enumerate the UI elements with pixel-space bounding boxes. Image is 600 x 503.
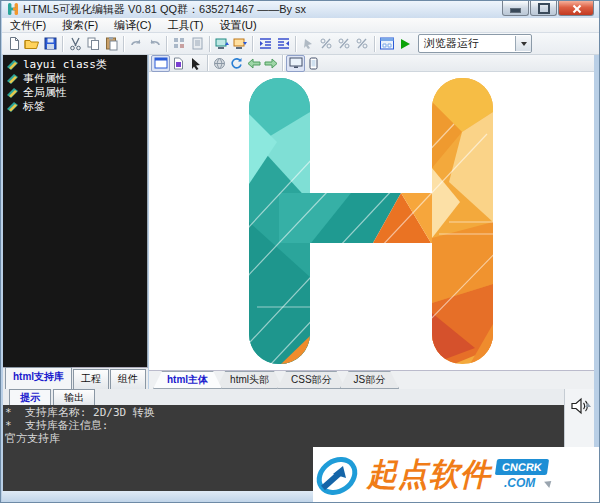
dropdown-arrow-icon[interactable] [515,36,531,51]
tab-components[interactable]: 组件 [110,369,146,389]
title-bar: HTML5可视化编辑器 V0.81 QQ群：635271467 ——By sx [2,1,600,18]
percent-1-icon[interactable] [317,35,335,53]
document-icon[interactable] [188,35,206,53]
external-link-arrow-icon [544,478,554,488]
design-view-icon[interactable] [151,55,170,72]
package-icon[interactable] [231,35,249,53]
deploy-icon[interactable] [213,35,231,53]
toolbar-separator [295,36,296,52]
window-title: HTML5可视化编辑器 V0.81 QQ群：635271467 ——By sx [23,2,306,17]
support-library-tree: layui class类 事件属性 全局属性 标签 [3,55,148,367]
book-icon [6,101,19,112]
run-target-dropdown[interactable]: 浏览器运行 [418,34,532,53]
forward-arrow-icon[interactable] [262,56,279,71]
tab-html-support-lib[interactable]: html支持库 [5,367,72,389]
editor-tab-strip: html主体 html头部 CSS部分 JS部分 [149,370,594,389]
tree-item-label: 标签 [23,99,45,114]
copy-icon[interactable] [84,35,102,53]
output-line: 官方支持库 [5,432,564,445]
redo-icon[interactable] [127,35,145,53]
book-icon [6,87,19,98]
tab-html-body[interactable]: html主体 [153,371,222,389]
toolbar-separator [282,55,283,71]
tab-css-section[interactable]: CSS部分 [277,371,346,389]
menu-bar: 文件(F) 搜索(F) 编译(C) 工具(T) 设置(U) [2,18,600,33]
maximize-icon [538,3,550,14]
run-play-icon[interactable] [396,35,414,53]
site-badge: CNCRK .COM [496,459,552,493]
toolbar-separator [209,36,210,52]
tab-html-head[interactable]: html头部 [216,371,283,389]
tree-item-label: 事件属性 [23,71,67,86]
refresh-icon[interactable] [228,56,245,71]
badge-top-text: CNCRK [495,459,549,475]
h-logo-image [149,72,594,370]
menu-tools[interactable]: 工具(T) [159,18,211,33]
toolbar-separator [207,55,208,71]
cut-icon[interactable] [66,35,84,53]
menu-search[interactable]: 搜索(F) [54,18,106,33]
globe-icon[interactable] [211,56,228,71]
mobile-preview-icon[interactable] [305,56,322,71]
code-file-icon[interactable] [170,56,187,71]
output-tab-strip: 提示 输出 [3,389,564,405]
toolbar-separator [374,36,375,52]
minimize-icon [510,8,521,13]
pointer-small-icon[interactable] [299,35,317,53]
collapse-arrow-icon[interactable] [585,403,591,407]
tree-item-global-attrs[interactable]: 全局属性 [6,86,147,99]
undo-icon[interactable] [145,35,163,53]
blocks-icon[interactable] [170,35,188,53]
site-name: 起点软件 [367,454,491,497]
percent-2-icon[interactable] [335,35,353,53]
badge-bottom-text: .COM [504,476,535,490]
indent-icon[interactable] [256,35,274,53]
window-controls [501,1,594,16]
sidebar-tab-strip: html支持库 工程 组件 [3,367,148,389]
tab-output[interactable]: 输出 [53,389,95,405]
main-toolbar: 浏览器运行 [2,33,600,55]
tree-item-label: layui class类 [23,57,107,72]
pointer-icon[interactable] [187,56,204,71]
desktop-preview-icon[interactable] [286,55,305,72]
tree-item-event-attrs[interactable]: 事件属性 [6,72,147,85]
browser-window-icon[interactable] [378,35,396,53]
menu-file[interactable]: 文件(F) [2,18,54,33]
paste-icon[interactable] [102,35,120,53]
run-target-value: 浏览器运行 [419,36,515,51]
view-toolbar [149,55,594,72]
toolbar-separator [166,36,167,52]
book-icon [6,73,19,84]
save-icon[interactable] [41,35,59,53]
close-icon [572,4,581,13]
design-canvas [149,72,594,370]
site-watermark: 起点软件 CNCRK .COM [313,447,600,503]
minimize-button[interactable] [502,1,529,16]
outdent-icon[interactable] [274,35,292,53]
close-button[interactable] [558,1,594,16]
tree-item-label: 全局属性 [23,85,67,100]
new-file-icon[interactable] [5,35,23,53]
app-logo-icon [7,3,19,17]
open-folder-icon[interactable] [23,35,41,53]
back-arrow-icon[interactable] [245,56,262,71]
tab-project[interactable]: 工程 [73,369,109,389]
percent-3-icon[interactable] [353,35,371,53]
tab-hints[interactable]: 提示 [9,389,51,405]
book-icon [6,59,19,70]
tab-js-section[interactable]: JS部分 [340,371,400,389]
output-line: * 支持库名称: 2D/3D 转换 [5,406,564,419]
toolbar-separator [252,36,253,52]
app-window: HTML5可视化编辑器 V0.81 QQ群：635271467 ——By sx … [0,0,600,503]
output-line: * 支持库备注信息: [5,419,564,432]
menu-compile[interactable]: 编译(C) [106,18,159,33]
tree-item-layui-class[interactable]: layui class类 [6,58,147,71]
qidian-logo-icon [313,452,361,500]
toolbar-separator [123,36,124,52]
tree-item-tags[interactable]: 标签 [6,100,147,113]
menu-settings[interactable]: 设置(U) [211,18,264,33]
maximize-button[interactable] [530,1,557,16]
toolbar-separator [62,36,63,52]
